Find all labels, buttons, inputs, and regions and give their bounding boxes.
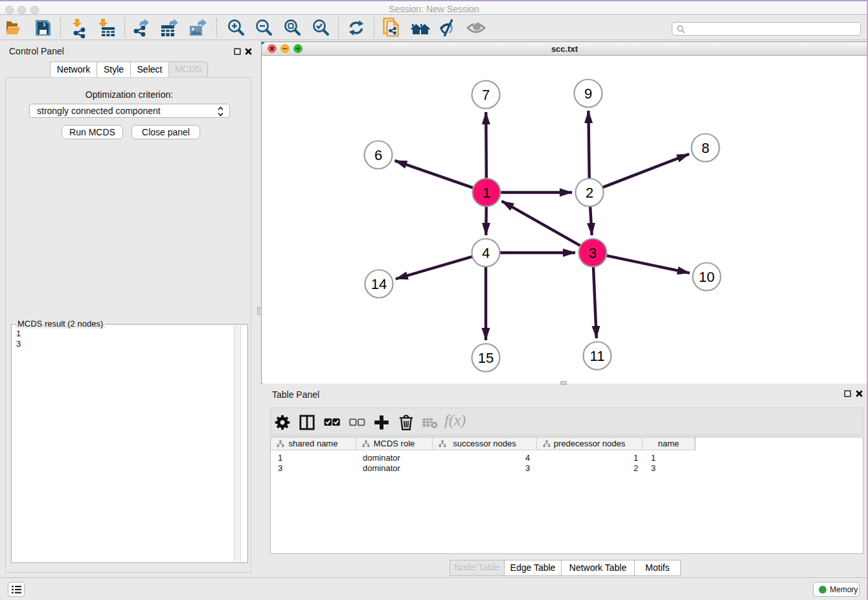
- svg-text:8: 8: [702, 140, 709, 156]
- svg-text:11: 11: [590, 348, 605, 364]
- svg-text:15: 15: [478, 350, 494, 366]
- svg-text:9: 9: [584, 86, 592, 102]
- svg-text:6: 6: [374, 147, 382, 163]
- svg-text:7: 7: [482, 87, 490, 103]
- svg-text:1: 1: [483, 185, 490, 201]
- svg-text:2: 2: [586, 185, 593, 201]
- svg-text:4: 4: [482, 245, 490, 261]
- svg-text:3: 3: [589, 245, 597, 261]
- svg-text:10: 10: [699, 269, 714, 285]
- svg-text:14: 14: [371, 276, 387, 292]
